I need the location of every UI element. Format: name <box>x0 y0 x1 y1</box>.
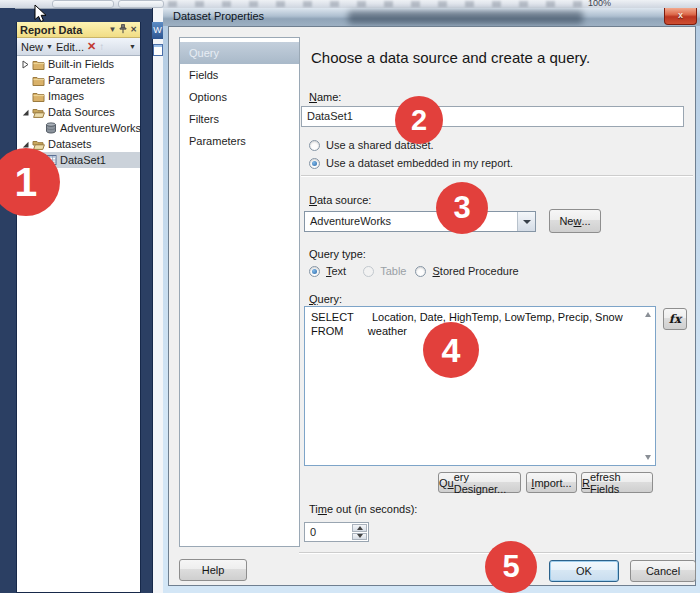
pin-icon[interactable] <box>119 24 127 36</box>
tree-row-inner: Parameters <box>21 72 140 88</box>
report-data-toolbar: New ▼ Edit... ✕ ↑ ▼ <box>17 38 140 56</box>
dataset-properties-dialog: Dataset Properties x QueryFieldsOptionsF… <box>163 8 700 593</box>
query-type-options: TextTableStored Procedure <box>309 265 528 277</box>
tree-row-inner: AdventureWorks <box>33 120 140 136</box>
import-button[interactable]: Import... <box>526 472 577 493</box>
help-button[interactable]: Help <box>179 559 247 581</box>
zoom-level-label: 100% <box>588 0 611 8</box>
new-button[interactable]: New <box>21 41 43 53</box>
annotation-circle-2: 2 <box>395 96 443 144</box>
name-input[interactable]: DataSet1 <box>301 106 684 127</box>
scroll-down-icon[interactable] <box>645 455 651 460</box>
data-source-combo[interactable]: AdventureWorks <box>304 211 536 232</box>
tree-item-label: Parameters <box>47 74 105 86</box>
dialog-nav-options[interactable]: Options <box>180 86 299 108</box>
new-datasource-button[interactable]: New... <box>549 209 601 233</box>
screen: 100% Variables W Report Data ▼ ✕ New ▼ E… <box>0 0 700 593</box>
scroll-up-icon[interactable] <box>645 312 651 317</box>
timeout-label: Time out (in seconds): <box>309 503 417 515</box>
database-icon <box>44 122 57 134</box>
close-icon[interactable]: ✕ <box>130 26 137 34</box>
toolbar-overflow-chevron-icon[interactable]: ▼ <box>129 43 136 50</box>
query-type-option-label: Text <box>326 265 346 277</box>
combo-dropdown-button[interactable] <box>517 212 535 231</box>
dialog-titlebar[interactable]: Dataset Properties x <box>163 8 700 26</box>
dialog-nav: QueryFieldsOptionsFiltersParameters <box>179 37 300 547</box>
tree-row-inner: Built-in Fields <box>21 56 140 72</box>
tree-item-label: Datasets <box>47 138 91 150</box>
document-tab[interactable]: W <box>152 22 163 39</box>
dialog-nav-parameters[interactable]: Parameters <box>180 130 299 152</box>
query-input[interactable]: SELECT Location, Date, HighTemp, LowTemp… <box>304 306 656 466</box>
expander-spacer <box>33 124 42 133</box>
query-type-option-stored-procedure[interactable]: Stored Procedure <box>415 265 518 277</box>
radio-unchecked-icon[interactable] <box>309 140 320 151</box>
report-data-panel-header[interactable]: Report Data ▼ ✕ <box>17 22 140 38</box>
tree-item-adventureworks[interactable]: AdventureWorks <box>17 120 140 136</box>
cancel-button[interactable]: Cancel <box>630 560 696 582</box>
query-label: Query: <box>309 293 342 305</box>
expander-collapsed-icon[interactable] <box>21 60 30 69</box>
data-source-value: AdventureWorks <box>310 212 391 231</box>
window-position-chevron-icon[interactable]: ▼ <box>108 26 116 34</box>
annotation-circle-3: 3 <box>436 182 488 234</box>
tree-item-data-sources[interactable]: Data Sources <box>17 104 140 120</box>
radio-checked-icon[interactable] <box>309 158 320 169</box>
folder-closed-icon <box>32 74 45 86</box>
titlebar-blur <box>348 11 583 24</box>
spin-up-button[interactable] <box>352 524 367 532</box>
triangle-down-icon <box>357 534 363 538</box>
dialog-close-button[interactable]: x <box>664 8 697 25</box>
dialog-nav-query[interactable]: Query <box>180 42 299 64</box>
ok-button[interactable]: OK <box>549 560 619 582</box>
timeout-spinner <box>352 524 367 540</box>
edit-button[interactable]: Edit... <box>56 41 84 53</box>
query-type-option-label: Stored Procedure <box>432 265 518 277</box>
toolbar-icons-blur <box>168 1 588 7</box>
embedded-dataset-label: Use a dataset embedded in my report. <box>326 157 513 169</box>
folder-closed-icon <box>32 90 45 102</box>
timeout-input[interactable]: 0 <box>304 522 369 542</box>
radio-unchecked-icon[interactable] <box>415 266 426 277</box>
tree-item-label: AdventureWorks <box>59 122 140 134</box>
timeout-value: 0 <box>310 526 316 538</box>
expression-fx-button[interactable]: fx <box>663 308 687 330</box>
dialog-title: Dataset Properties <box>173 10 264 22</box>
tree-row-inner: Data Sources <box>21 104 140 120</box>
toolbar-segment <box>118 0 164 8</box>
expander-spacer <box>21 92 30 101</box>
left-dock-bar <box>0 8 15 593</box>
report-data-tree: Built-in FieldsParametersImagesData Sour… <box>17 56 140 592</box>
tree-item-built-in-fields[interactable]: Built-in Fields <box>17 56 140 72</box>
annotation-circle-4: 4 <box>423 322 479 378</box>
query-type-option-text[interactable]: Text <box>309 265 346 277</box>
spin-down-button[interactable] <box>352 533 367 541</box>
tree-item-label: Data Sources <box>47 106 115 118</box>
tree-row-inner: Images <box>21 88 140 104</box>
dialog-nav-fields[interactable]: Fields <box>180 64 299 86</box>
tree-item-label: DataSet1 <box>59 154 106 166</box>
query-designer-button[interactable]: Query Designer... <box>438 472 521 493</box>
tree-item-label: Images <box>47 90 84 102</box>
refresh-fields-button[interactable]: Refresh Fields <box>581 472 653 493</box>
document-icon <box>153 44 163 56</box>
separator <box>301 175 693 177</box>
mouse-cursor-icon <box>34 4 48 23</box>
query-type-label: Query type: <box>309 248 366 260</box>
toolbar-segment <box>52 0 114 8</box>
tree-item-parameters[interactable]: Parameters <box>17 72 140 88</box>
chevron-down-icon <box>523 220 531 224</box>
tree-item-images[interactable]: Images <box>17 88 140 104</box>
delete-icon[interactable]: ✕ <box>87 41 96 52</box>
radio-unchecked-icon <box>363 266 374 277</box>
radio-checked-icon[interactable] <box>309 266 320 277</box>
new-dropdown-chevron-icon[interactable]: ▼ <box>46 43 53 50</box>
dialog-heading: Choose a data source and create a query. <box>311 49 590 66</box>
triangle-up-icon <box>357 526 363 530</box>
move-up-icon[interactable]: ↑ <box>99 41 104 52</box>
dialog-nav-filters[interactable]: Filters <box>180 108 299 130</box>
expander-spacer <box>21 76 30 85</box>
embedded-dataset-radio-row[interactable]: Use a dataset embedded in my report. <box>309 157 513 169</box>
tree-item-label: Built-in Fields <box>47 58 114 70</box>
expander-expanded-icon[interactable] <box>21 108 30 117</box>
